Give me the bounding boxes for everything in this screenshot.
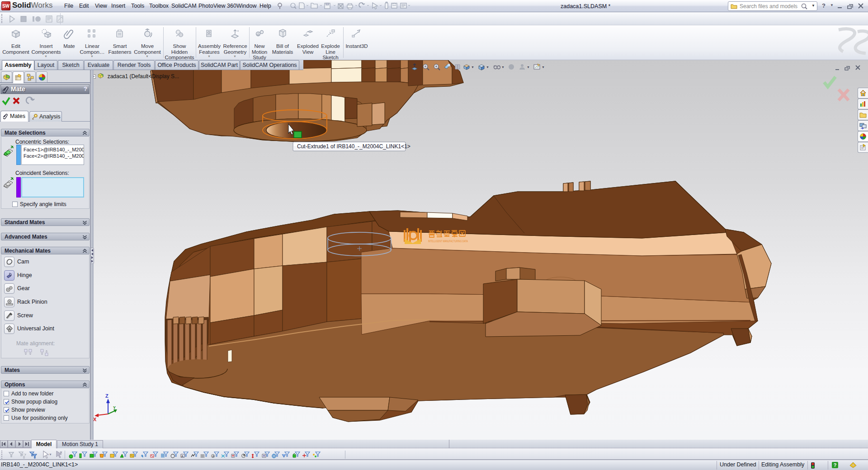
svg-text:Z: Z xyxy=(105,393,108,399)
svg-text:X: X xyxy=(93,417,97,422)
svg-text:A: A xyxy=(212,455,214,458)
svg-text:Cut-Extrude1 of IRB140_-_M2004: Cut-Extrude1 of IRB140_-_M2004C_LINK1<1> xyxy=(297,143,410,150)
svg-text:A: A xyxy=(181,455,184,458)
svg-text:INTELLIGENT MANUFACTURING DATA: INTELLIGENT MANUFACTURING DATA xyxy=(428,240,468,243)
svg-text:Y: Y xyxy=(113,405,116,410)
